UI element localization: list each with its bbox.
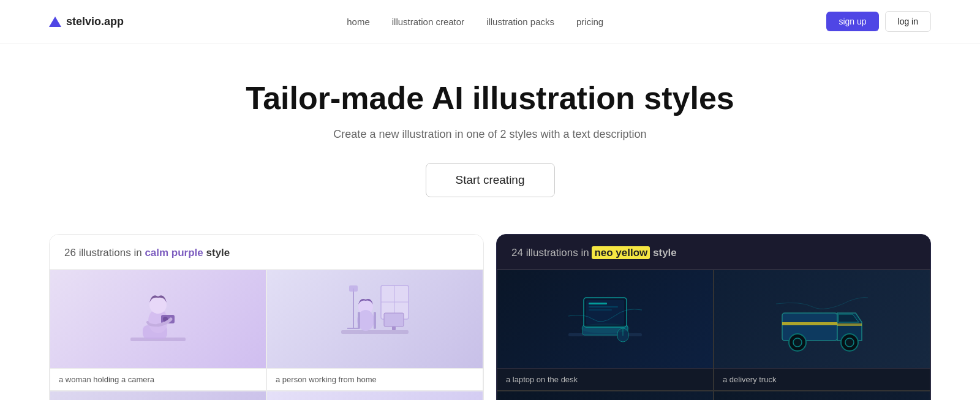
- illus-cell-neo-3: a city scene: [497, 391, 714, 400]
- logo-text: stelvio.app: [66, 15, 124, 28]
- log-in-button[interactable]: log in: [885, 11, 931, 32]
- illus-image-neo-1: [497, 270, 713, 368]
- illus-image-1: [50, 270, 266, 368]
- svg-rect-10: [384, 313, 404, 326]
- illus-cell-neo-2: a delivery truck: [714, 270, 930, 391]
- panel-left-grid: a woman holding a camera: [50, 270, 483, 400]
- illus-caption-2: a person working from home: [267, 368, 483, 390]
- panel-right-in: illustrations in: [526, 247, 592, 258]
- nav-home[interactable]: home: [347, 17, 370, 27]
- nav-actions: sign up log in: [826, 11, 931, 32]
- hero-section: Tailor-made AI illustration styles Creat…: [0, 43, 980, 222]
- svg-point-3: [149, 296, 167, 314]
- svg-rect-9: [341, 330, 409, 334]
- illus-cell-4: a person reading: [266, 391, 483, 400]
- panel-right-style-modifier: neo yellow: [592, 246, 650, 259]
- illustration-panels: 26 illustrations in calm purple style: [0, 234, 980, 400]
- svg-rect-50: [782, 313, 837, 341]
- svg-point-54: [793, 338, 802, 347]
- illus-image-4: [267, 391, 483, 400]
- svg-rect-46: [589, 309, 612, 311]
- reading-svg: [338, 398, 412, 400]
- svg-rect-15: [374, 312, 376, 329]
- nav-links: home illustration creator illustration p…: [347, 17, 603, 27]
- svg-point-49: [581, 323, 630, 333]
- nav-illustration-creator[interactable]: illustration creator: [392, 17, 464, 27]
- illus-cell-1: a woman holding a camera: [50, 270, 266, 391]
- navbar: stelvio.app home illustration creator il…: [0, 0, 980, 43]
- svg-point-56: [845, 338, 854, 347]
- panel-right-grid: a laptop on the desk: [497, 270, 930, 400]
- svg-rect-14: [358, 312, 360, 329]
- svg-rect-51: [782, 322, 837, 325]
- truck-svg: [776, 279, 868, 359]
- illus-cell-neo-1: a laptop on the desk: [497, 270, 714, 391]
- illus-caption-1: a woman holding a camera: [50, 368, 266, 390]
- panel-right-style-word: style: [653, 247, 677, 258]
- person-home-svg: [332, 276, 418, 362]
- panel-left-style-modifier: calm purple: [145, 247, 203, 258]
- panel-neo-yellow: 24 illustrations in neo yellow style: [496, 234, 931, 400]
- panel-left-style-word: style: [206, 247, 230, 258]
- illus-cell-2: a person working from home: [266, 270, 483, 391]
- sign-up-button[interactable]: sign up: [826, 12, 878, 31]
- church-svg: [124, 398, 192, 400]
- illus-cell-3: a church building: [50, 391, 266, 400]
- panel-right-count: 24: [511, 247, 523, 258]
- illus-image-neo-4: [714, 391, 930, 400]
- svg-rect-18: [349, 285, 358, 292]
- woman-camera-svg: [124, 279, 192, 359]
- laptop-desk-svg: [565, 279, 645, 359]
- hero-subtitle: Create a new illustration in one of 2 st…: [12, 128, 968, 141]
- nav-illustration-packs[interactable]: illustration packs: [486, 17, 554, 27]
- panel-right-header: 24 illustrations in neo yellow style: [497, 235, 930, 270]
- svg-rect-11: [392, 326, 396, 330]
- svg-rect-52: [837, 323, 862, 326]
- hero-title: Tailor-made AI illustration styles: [12, 80, 968, 117]
- illus-image-neo-2: [714, 270, 930, 368]
- start-creating-button[interactable]: Start creating: [426, 163, 555, 197]
- illus-image-neo-3: [497, 391, 713, 400]
- logo[interactable]: stelvio.app: [49, 15, 124, 28]
- panel-left-in: illustrations in: [79, 247, 145, 258]
- illus-image-2: [267, 270, 483, 368]
- illus-caption-neo-2: a delivery truck: [714, 368, 930, 390]
- panel-left-header: 26 illustrations in calm purple style: [50, 235, 483, 270]
- svg-rect-45: [589, 306, 618, 308]
- illus-image-3: [50, 391, 266, 400]
- illus-cell-neo-4: a data chart: [714, 391, 930, 400]
- illus-caption-neo-1: a laptop on the desk: [497, 368, 713, 390]
- panel-calm-purple: 26 illustrations in calm purple style: [49, 234, 484, 400]
- svg-rect-44: [589, 303, 607, 304]
- nav-pricing[interactable]: pricing: [576, 17, 603, 27]
- logo-icon: [49, 17, 61, 27]
- panel-left-count: 26: [64, 247, 76, 258]
